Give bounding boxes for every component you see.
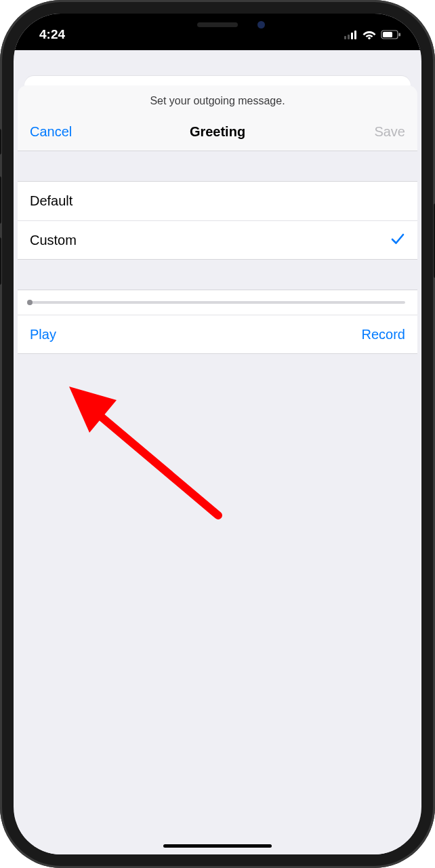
wifi-icon bbox=[362, 30, 376, 39]
scrubber-thumb[interactable] bbox=[27, 300, 33, 305]
option-custom[interactable]: Custom bbox=[18, 220, 417, 259]
greeting-sheet: Set your outgoing message. Cancel Greeti… bbox=[18, 85, 417, 854]
status-time: 4:24 bbox=[39, 27, 65, 42]
save-button[interactable]: Save bbox=[344, 124, 405, 140]
svg-rect-7 bbox=[399, 33, 401, 37]
option-default-label: Default bbox=[30, 193, 72, 209]
svg-rect-3 bbox=[354, 31, 356, 39]
nav-row: Cancel Greeting Save bbox=[18, 113, 417, 151]
home-indicator[interactable] bbox=[163, 844, 272, 848]
svg-rect-2 bbox=[351, 33, 353, 39]
option-default[interactable]: Default bbox=[18, 182, 417, 220]
option-custom-label: Custom bbox=[30, 233, 77, 248]
svg-point-4 bbox=[368, 37, 371, 39]
sheet-prompt: Set your outgoing message. bbox=[18, 85, 417, 113]
device-frame: 4:24 bbox=[0, 0, 435, 868]
checkmark-icon bbox=[390, 231, 405, 250]
svg-rect-6 bbox=[383, 32, 392, 37]
greeting-options-list: Default Custom bbox=[18, 181, 417, 260]
cancel-button[interactable]: Cancel bbox=[30, 124, 91, 140]
notch bbox=[129, 14, 306, 38]
section-spacer bbox=[18, 151, 417, 181]
front-camera bbox=[257, 21, 265, 28]
record-button[interactable]: Record bbox=[362, 327, 405, 342]
svg-rect-0 bbox=[344, 36, 346, 39]
battery-icon bbox=[381, 30, 401, 39]
screen: 4:24 bbox=[14, 14, 421, 854]
sheet-title: Greeting bbox=[91, 124, 344, 140]
volume-up-button bbox=[0, 176, 1, 224]
play-button[interactable]: Play bbox=[30, 327, 56, 342]
sheet-header: Set your outgoing message. Cancel Greeti… bbox=[18, 85, 417, 151]
svg-rect-1 bbox=[348, 35, 350, 39]
volume-down-button bbox=[0, 237, 1, 285]
playback-scrubber[interactable] bbox=[18, 290, 417, 315]
mute-switch bbox=[0, 129, 1, 155]
scrubber-track bbox=[30, 301, 405, 304]
playback-actions: Play Record bbox=[18, 315, 417, 354]
section-spacer-2 bbox=[18, 260, 417, 290]
speaker-grill bbox=[197, 22, 238, 27]
cellular-icon bbox=[344, 31, 358, 39]
status-right bbox=[344, 30, 401, 39]
